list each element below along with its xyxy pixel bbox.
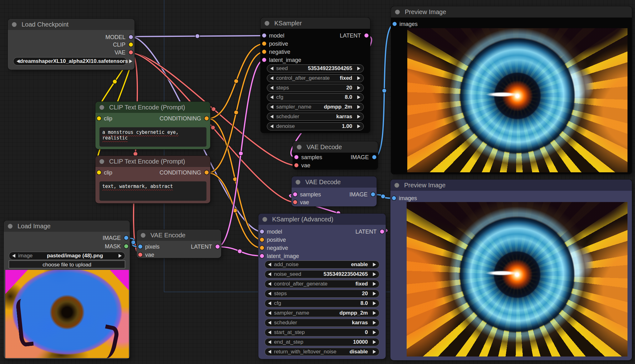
widget-cfg[interactable]: cfg 8.0 xyxy=(265,299,379,307)
widget-image-file[interactable]: image pasted/image (48).png xyxy=(9,252,125,260)
node-vae-decode-bottom[interactable]: VAE Decode samples vae IMAGE xyxy=(292,176,377,206)
node-title-bar[interactable]: VAE Decode xyxy=(292,176,377,188)
node-title-bar[interactable]: Preview Image xyxy=(390,179,632,191)
increment-arrow-icon[interactable] xyxy=(373,340,376,344)
widget-ckpt-name[interactable]: dreamshaperXL10_alpha2Xl10.safetensors xyxy=(13,57,127,65)
latent-image-input-port[interactable] xyxy=(262,58,266,62)
wire-midpoint-dot[interactable] xyxy=(239,151,243,156)
node-title-bar[interactable]: KSampler xyxy=(261,18,370,29)
vae-input-port[interactable] xyxy=(294,163,298,167)
choose-file-button[interactable]: choose file to upload xyxy=(9,260,125,268)
images-input-port[interactable] xyxy=(392,196,396,200)
increment-arrow-icon[interactable] xyxy=(373,331,376,334)
mask-output-port[interactable] xyxy=(124,244,128,248)
wire-midpoint-dot[interactable] xyxy=(381,194,385,199)
collapse-dot-icon[interactable] xyxy=(262,217,267,222)
vae-input-port[interactable] xyxy=(293,200,297,204)
image-output-port[interactable] xyxy=(372,155,376,159)
node-clip-text-encode-negative[interactable]: CLIP Text Encode (Prompt) clip CONDITION… xyxy=(95,156,210,203)
decrement-arrow-icon[interactable] xyxy=(268,263,271,266)
clip-output-port[interactable] xyxy=(129,43,133,47)
decrement-arrow-icon[interactable] xyxy=(270,124,273,128)
node-vae-encode[interactable]: VAE Encode pixels vae LATENT xyxy=(137,230,221,258)
node-title-bar[interactable]: Load Image xyxy=(4,220,130,232)
node-title-bar[interactable]: Preview Image xyxy=(391,6,632,18)
collapse-dot-icon[interactable] xyxy=(99,159,104,164)
wire-midpoint-dot[interactable] xyxy=(113,79,117,84)
increment-arrow-icon[interactable] xyxy=(373,292,376,296)
conditioning-output-port[interactable] xyxy=(205,116,209,120)
decrement-arrow-icon[interactable] xyxy=(268,282,271,286)
model-input-port[interactable] xyxy=(262,33,266,38)
vae-output-port[interactable] xyxy=(129,50,133,54)
widget-noise-seed[interactable]: noise_seed 535349223504265 xyxy=(265,270,379,278)
decrement-arrow-icon[interactable] xyxy=(270,76,273,80)
next-arrow-icon[interactable] xyxy=(119,254,122,258)
decrement-arrow-icon[interactable] xyxy=(270,86,273,90)
model-output-port[interactable] xyxy=(129,35,133,39)
decrement-arrow-icon[interactable] xyxy=(268,292,271,296)
decrement-arrow-icon[interactable] xyxy=(270,67,273,70)
wire-midpoint-dot[interactable] xyxy=(238,249,242,254)
node-ksampler[interactable]: KSampler model positive negative latent_… xyxy=(261,18,370,133)
decrement-arrow-icon[interactable] xyxy=(268,321,271,325)
widget-start-at-step[interactable]: start_at_step 0 xyxy=(265,328,379,336)
prev-arrow-icon[interactable] xyxy=(12,254,15,258)
widget-denoise[interactable]: denoise 1.00 xyxy=(267,122,364,130)
widget-steps[interactable]: steps 20 xyxy=(267,84,364,92)
widget-add-noise[interactable]: add_noise enable xyxy=(265,260,379,269)
wire-midpoint-dot[interactable] xyxy=(234,110,238,115)
image-output-port[interactable] xyxy=(371,192,375,196)
widget-control-after-generate[interactable]: control_after_generate fixed xyxy=(265,280,379,288)
widget-return-with-leftover-noise[interactable]: return_with_leftover_noise disable xyxy=(265,348,379,356)
widget-sampler-name[interactable]: sampler_name dpmpp_2m xyxy=(267,103,364,111)
latent-output-port[interactable] xyxy=(216,245,220,249)
node-title-bar[interactable]: CLIP Text Encode (Prompt) xyxy=(95,102,210,113)
images-input-port[interactable] xyxy=(393,22,397,26)
node-load-image[interactable]: Load Image IMAGE MASK image pasted/image… xyxy=(4,220,130,359)
graph-canvas[interactable]: Load Checkpoint MODEL CLIP VAE dreamshap… xyxy=(0,0,635,364)
wire-midpoint-dot[interactable] xyxy=(131,240,135,245)
node-load-checkpoint[interactable]: Load Checkpoint MODEL CLIP VAE dreamshap… xyxy=(8,19,135,70)
collapse-dot-icon[interactable] xyxy=(296,180,300,185)
prompt-textarea[interactable]: text, watermark, abstract xyxy=(99,181,206,201)
wire-midpoint-dot[interactable] xyxy=(195,34,200,38)
increment-arrow-icon[interactable] xyxy=(357,124,360,128)
node-title-bar[interactable]: VAE Encode xyxy=(137,230,221,241)
conditioning-output-port[interactable] xyxy=(205,170,209,174)
wire-midpoint-dot[interactable] xyxy=(133,152,138,156)
widget-end-at-step[interactable]: end_at_step 10000 xyxy=(265,338,379,346)
widget-scheduler[interactable]: scheduler karras xyxy=(265,319,379,327)
decrement-arrow-icon[interactable] xyxy=(268,301,271,305)
vae-input-port[interactable] xyxy=(138,253,142,257)
increment-arrow-icon[interactable] xyxy=(373,272,376,276)
prompt-textarea[interactable]: a monstrous cybernetic eye, realistic xyxy=(99,127,206,147)
wire-midpoint-dot[interactable] xyxy=(234,79,238,83)
decrement-arrow-icon[interactable] xyxy=(268,311,271,315)
model-input-port[interactable] xyxy=(260,230,264,234)
collapse-dot-icon[interactable] xyxy=(265,21,269,26)
increment-arrow-icon[interactable] xyxy=(357,86,360,90)
prev-arrow-icon[interactable] xyxy=(17,59,20,63)
decrement-arrow-icon[interactable] xyxy=(270,105,273,109)
decrement-arrow-icon[interactable] xyxy=(270,115,273,119)
increment-arrow-icon[interactable] xyxy=(373,263,376,266)
widget-cfg[interactable]: cfg 8.0 xyxy=(267,93,364,101)
node-title-bar[interactable]: CLIP Text Encode (Prompt) xyxy=(95,156,210,167)
widget-scheduler[interactable]: scheduler karras xyxy=(267,113,364,121)
increment-arrow-icon[interactable] xyxy=(373,311,376,315)
increment-arrow-icon[interactable] xyxy=(373,301,376,305)
node-title-bar[interactable]: KSampler (Advanced) xyxy=(258,214,386,225)
collapse-dot-icon[interactable] xyxy=(141,233,145,238)
node-vae-decode-top[interactable]: VAE Decode samples vae IMAGE xyxy=(293,141,378,169)
node-ksampler-advanced[interactable]: KSampler (Advanced) model positive negat… xyxy=(258,214,386,359)
widget-seed[interactable]: seed 535349223504265 xyxy=(267,64,364,73)
decrement-arrow-icon[interactable] xyxy=(270,95,273,99)
collapse-dot-icon[interactable] xyxy=(297,145,302,149)
clip-input-port[interactable] xyxy=(97,170,101,174)
positive-input-port[interactable] xyxy=(260,238,264,242)
decrement-arrow-icon[interactable] xyxy=(268,331,271,334)
decrement-arrow-icon[interactable] xyxy=(268,340,271,344)
wire-midpoint-dot[interactable] xyxy=(211,125,215,130)
increment-arrow-icon[interactable] xyxy=(357,95,360,99)
